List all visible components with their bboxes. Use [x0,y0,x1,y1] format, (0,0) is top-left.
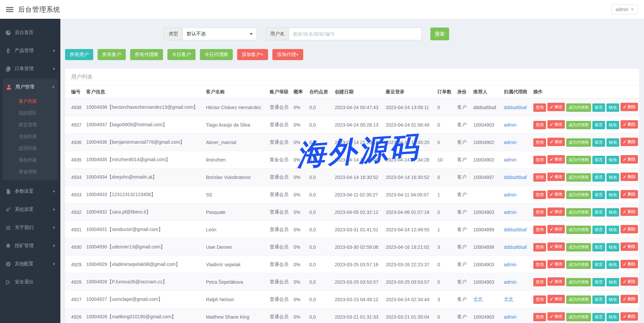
row-action-0[interactable]: 禁用 [533,121,546,129]
row-action-4[interactable]: 钱包 [606,173,619,182]
row-action-3[interactable]: 留言 [592,103,605,112]
row-action-0[interactable]: 禁用 [533,261,546,269]
row-action-5[interactable]: 删除 [621,103,638,111]
row-action-2[interactable]: 成为代理商 [566,103,591,112]
cell-agent-link[interactable]: admin [501,308,531,323]
row-action-2[interactable]: 成为代理商 [566,295,591,304]
row-action-2[interactable]: 成为代理商 [566,261,591,269]
row-action-0[interactable]: 禁用 [533,243,546,251]
row-action-5[interactable]: 删除 [621,277,638,286]
row-action-4[interactable]: 钱包 [606,295,619,304]
row-action-2[interactable]: 成为代理商 [566,208,591,217]
sidebar-subitem-5[interactable]: 钱包列表 [3,154,58,166]
sidebar-item-3[interactable]: 用户管理 [3,79,58,95]
row-action-3[interactable]: 留言 [592,278,605,286]
row-action-2[interactable]: 成为代理商 [566,191,591,199]
row-action-2[interactable]: 成为代理商 [566,138,591,147]
row-action-5[interactable]: 删除 [621,242,638,251]
row-action-4[interactable]: 钱包 [606,156,619,164]
row-action-0[interactable]: 禁用 [533,208,546,217]
toolbar-button-2[interactable]: 所有代理商 [130,49,163,60]
row-action-3[interactable]: 留言 [592,243,605,251]
cell-agent-link[interactable]: dddsafdsaf [501,169,531,186]
row-action-3[interactable]: 留言 [592,313,605,321]
row-action-3[interactable]: 留言 [592,173,605,182]
toolbar-button-0[interactable]: 所有用户 [65,49,93,60]
sidebar-item-9[interactable]: 安全退出 [0,273,60,291]
username-input[interactable] [289,28,422,40]
cell-agent-link[interactable]: 北北 [501,291,531,308]
row-action-0[interactable]: 禁用 [533,226,546,234]
row-action-4[interactable]: 钱包 [606,278,619,286]
row-action-1[interactable]: 修改 [547,207,565,216]
menu-toggle-icon[interactable] [6,6,13,13]
row-action-2[interactable]: 成为代理商 [566,226,591,234]
row-action-1[interactable]: 修改 [547,225,565,233]
row-action-3[interactable]: 留言 [592,191,605,199]
row-action-4[interactable]: 钱包 [606,138,619,147]
row-action-5[interactable]: 删除 [621,260,638,268]
row-action-5[interactable]: 删除 [621,207,638,216]
row-action-1[interactable]: 修改 [547,260,565,268]
row-action-2[interactable]: 成为代理商 [566,121,591,129]
sidebar-item-5[interactable]: 系统设置 [0,200,60,219]
sidebar-subitem-4[interactable]: 提现列表 [3,142,58,154]
toolbar-button-1[interactable]: 所有客户 [98,49,126,60]
row-action-1[interactable]: 修改 [547,242,565,251]
row-action-1[interactable]: 修改 [547,190,565,198]
cell-agent-link[interactable]: admin [501,273,531,291]
row-action-5[interactable]: 删除 [621,155,638,164]
row-action-1[interactable]: 修改 [547,103,565,111]
toolbar-button-3[interactable]: 今日客户 [167,49,196,60]
sidebar-subitem-6[interactable]: 资金明细 [3,166,58,178]
row-action-4[interactable]: 钱包 [606,208,619,217]
row-action-0[interactable]: 禁用 [533,295,546,304]
row-action-4[interactable]: 钱包 [606,103,619,112]
user-menu-button[interactable]: admin [611,4,638,14]
row-action-0[interactable]: 禁用 [533,278,546,286]
cell-agent-link[interactable]: admin [501,203,531,221]
row-action-3[interactable]: 留言 [592,208,605,217]
sidebar-subitem-2[interactable]: 留言管理 [3,119,58,131]
cell-agent-link[interactable]: admin [501,116,531,134]
sidebar-item-8[interactable]: 其他配置 [0,255,60,273]
row-action-0[interactable]: 禁用 [533,138,546,147]
row-action-5[interactable]: 删除 [621,190,638,198]
toolbar-button-4[interactable]: 今日代理商 [200,49,233,60]
sidebar-item-1[interactable]: 产品管理 [0,42,60,60]
row-action-0[interactable]: 禁用 [533,173,546,182]
sidebar-item-4[interactable]: 参数设置 [0,182,60,200]
row-action-2[interactable]: 成为代理商 [566,156,591,164]
row-action-3[interactable]: 留言 [592,261,605,269]
sidebar-item-0[interactable]: 后台首页 [0,24,60,42]
cell-agent-link[interactable]: admin [501,134,531,151]
type-filter-select[interactable]: 默认不选 [182,28,257,40]
sidebar-item-2[interactable]: 订单管理 [0,60,60,78]
row-action-5[interactable]: 删除 [621,295,638,303]
row-action-4[interactable]: 钱包 [606,243,619,251]
row-action-2[interactable]: 成为代理商 [566,313,591,321]
sidebar-item-7[interactable]: 挖矿管理 [0,237,60,255]
row-action-5[interactable]: 删除 [621,173,638,181]
row-action-4[interactable]: 钱包 [606,191,619,199]
row-action-2[interactable]: 成为代理商 [566,278,591,286]
row-action-1[interactable]: 修改 [547,312,565,321]
search-button[interactable]: 搜索 [430,28,449,40]
row-action-1[interactable]: 修改 [547,295,565,303]
row-action-4[interactable]: 钱包 [606,121,619,129]
row-action-0[interactable]: 禁用 [533,156,546,164]
row-action-4[interactable]: 钱包 [606,226,619,234]
cell-agent-link[interactable]: dddsafdsaf [501,238,531,256]
sidebar-subitem-3[interactable]: 充值列表 [3,131,58,142]
row-action-0[interactable]: 禁用 [533,191,546,199]
toolbar-button-5[interactable]: 添加客户+ [237,49,268,60]
cell-referrer[interactable]: 北北 [471,291,501,308]
cell-agent-link[interactable]: dddsafdsaf [501,221,531,238]
sidebar-subitem-1[interactable]: 我的团队 [3,107,58,119]
sidebar-item-6[interactable]: 关于我们 [0,219,60,237]
row-action-3[interactable]: 留言 [592,226,605,234]
row-action-5[interactable]: 删除 [621,120,638,129]
row-action-2[interactable]: 成为代理商 [566,243,591,251]
row-action-3[interactable]: 留言 [592,138,605,147]
row-action-5[interactable]: 删除 [621,225,638,233]
